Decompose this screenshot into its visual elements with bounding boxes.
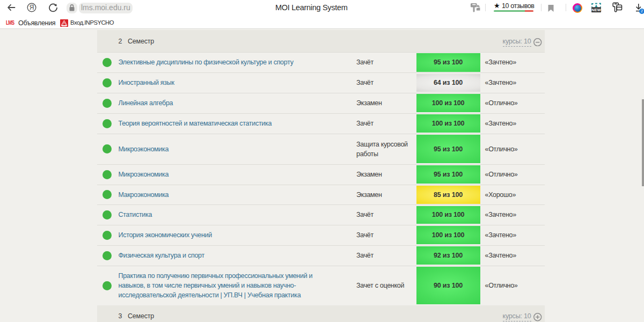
- svg-text:NEW: NEW: [591, 8, 601, 12]
- svg-text:Я: Я: [30, 4, 34, 11]
